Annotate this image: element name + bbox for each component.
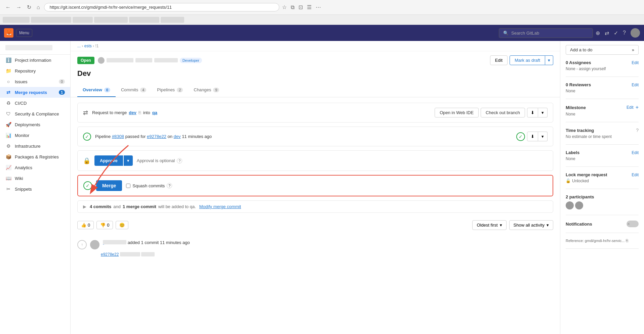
sidebar-item-merge-requests[interactable]: ⇄ Merge requests 1 [0,87,70,98]
into-label: into [143,110,150,115]
tab-pipelines[interactable]: Pipelines 2 [152,83,188,97]
address-bar[interactable] [44,3,279,11]
sidebar-item-snippets[interactable]: ✂ Snippets [0,184,70,194]
activity-connector-icon: ↑ [77,240,87,249]
activity-commit-link[interactable]: e9278e22 [101,252,119,257]
squash-help-icon[interactable]: ? [167,183,172,188]
todos-icon[interactable]: ✓ [614,30,618,36]
thumbs-down-button[interactable]: 👎 0 [96,221,113,229]
merge-arrows-icon: ⇄ [83,109,88,116]
sidebar-item-label: Analytics [15,165,32,170]
add-todo-button[interactable]: Add a to do » [566,45,639,55]
sidebar-item-issues[interactable]: ○ Issues 0 [0,76,70,87]
tab-commits[interactable]: Commits 4 [116,83,152,97]
milestone-edit-button[interactable]: Edit [627,105,634,110]
sidebar-item-label: Infrastructure [15,144,41,149]
milestone-actions: Edit + [627,104,639,110]
approval-shield-icon: 🔒 [83,157,90,164]
thumbs-up-count: 0 [88,223,90,228]
back-button[interactable]: ← [4,3,12,12]
merge-info-text: Request to merge dev ⎘ into qa [92,110,157,115]
sidebar-item-packages[interactable]: 📦 Packages & Registries [0,151,70,162]
breadcrumb-sep-1: › [82,44,84,48]
sidebar-item-monitor[interactable]: 📊 Monitor [0,130,70,141]
gitlab-topnav: 🦊 Menu 🔍 Search GitLab ⊕ ⇄ ✓ ? [0,25,644,41]
copy-reference-icon[interactable]: ⎘ [626,238,628,243]
approve-button[interactable]: Approve [94,155,123,166]
reviewers-edit-button[interactable]: Edit [632,83,639,87]
participants-title: 2 participants [566,194,594,199]
tab-commits-count: 4 [140,88,146,92]
pipeline-branch-link[interactable]: dev [174,134,181,139]
request-to-merge-label: Request to merge [92,110,127,115]
reviewers-value: None [566,89,639,93]
merge-requests-icon[interactable]: ⇄ [605,30,609,36]
squash-commits-checkbox[interactable] [126,184,130,188]
author-date-blurred [135,58,152,62]
breadcrumb-link-2[interactable]: ests [84,44,92,48]
refresh-button[interactable]: ↻ [26,3,33,12]
activity-sort-dropdown[interactable]: Oldest first ▾ [472,220,506,230]
mr-action-buttons: Edit Mark as draft ▾ [490,55,553,65]
squash-commits-text: Squash commits [132,183,165,188]
commits-info-row[interactable]: ▶ 4 commits and 1 merge commit will be a… [77,200,553,213]
sidebar-item-repository[interactable]: 📁 Repository [0,65,70,76]
add-emoji-button[interactable]: 😊 [116,221,128,229]
merge-check-icon: ✓ [83,181,92,190]
pipeline-number-link[interactable]: #8308 [112,134,124,139]
add-icon[interactable]: ⊕ [596,30,600,36]
download-button[interactable]: ⬇ [527,108,538,117]
pipeline-download-caret-button[interactable]: ▾ [538,132,548,141]
extensions-icon: ⧉ [291,4,294,10]
sidebar-item-infrastructure[interactable]: ⚙ Infrastructure [0,141,70,151]
squash-commits-label[interactable]: Squash commits ? [126,183,172,188]
open-webide-button[interactable]: Open in Web IDE [435,108,479,117]
merge-button[interactable]: Merge [96,180,122,191]
user-avatar[interactable] [631,28,640,38]
home-button[interactable]: ⌂ [35,3,41,12]
commits-connector: and [113,204,121,209]
time-tracking-help-icon[interactable]: ? [636,128,639,133]
approval-help-icon[interactable]: ? [177,158,182,163]
download-caret-button[interactable]: ▾ [538,108,548,117]
sidebar-item-project-information[interactable]: ℹ️ Project information [0,55,70,65]
participants-section: 2 participants [566,194,639,215]
sidebar-item-analytics[interactable]: 📈 Analytics [0,162,70,173]
sidebar-item-label: Deployments [15,122,40,127]
breadcrumb-link-1[interactable]: ... [77,44,81,48]
to-branch-link[interactable]: qa [152,110,157,115]
approve-caret-button[interactable]: ▾ [124,155,133,166]
settings-icon: ⋯ [316,4,321,10]
pipeline-commit-link[interactable]: e9278e22 [147,134,166,139]
mark-as-draft-caret-button[interactable]: ▾ [545,55,553,65]
sidebar-item-cicd[interactable]: ♻ CI/CD [0,98,70,108]
edit-button[interactable]: Edit [490,55,508,65]
topnav-search-bar[interactable]: 🔍 Search GitLab [499,28,593,38]
milestone-add-icon[interactable]: + [636,104,639,110]
lock-merge-edit-button[interactable]: Edit [632,173,639,177]
activity-filter-dropdown[interactable]: Show all activity ▾ [509,220,553,230]
add-todo-expand-icon: » [632,47,634,52]
from-branch-link[interactable]: dev [129,110,136,115]
sidebar-item-deployments[interactable]: 🚀 Deployments [0,119,70,130]
main-layout: ℹ️ Project information 📁 Repository ○ Is… [0,41,644,334]
toolbar-item-3 [73,17,93,23]
checkout-branch-button[interactable]: Check out branch [481,108,525,117]
menu-toggle-button[interactable]: Menu [16,29,32,37]
mark-as-draft-button[interactable]: Mark as draft [510,55,545,65]
modify-merge-commit-link[interactable]: Modify merge commit [199,204,241,209]
thumbs-down-icon: 👎 [100,223,106,228]
tab-overview[interactable]: Overview 0 [77,83,116,97]
thumbs-up-button[interactable]: 👍 0 [77,221,94,229]
labels-edit-button[interactable]: Edit [632,150,639,155]
notifications-toggle[interactable] [627,221,639,227]
tab-changes[interactable]: Changes 9 [188,83,225,97]
sidebar-item-wiki[interactable]: 📖 Wiki [0,173,70,184]
forward-button[interactable]: → [15,3,23,12]
sidebar-item-security-compliance[interactable]: 🛡 Security & Compliance [0,108,70,119]
pipeline-download-button[interactable]: ⬇ [527,132,538,141]
assignees-edit-button[interactable]: Edit [632,60,639,65]
help-icon[interactable]: ? [623,30,626,36]
activity-user-link[interactable] [103,240,126,244]
reference-section: Reference: gmdi/gmdi-hr/hr-servic... ⎘ [566,238,639,249]
